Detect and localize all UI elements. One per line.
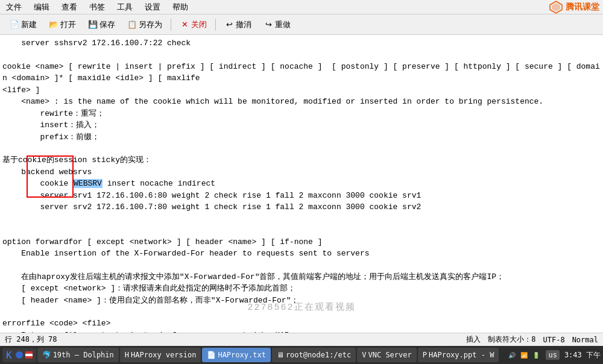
tray-icon-1: 🔊	[507, 350, 517, 360]
tray-icons: 🔊 📶 🔋	[507, 350, 541, 360]
line-content: 基于cookie的session sticky的实现：	[2, 154, 601, 166]
editor-line: cookie <name> [ rewrite | insert | prefi…	[0, 61, 603, 84]
taskbar-app-button[interactable]: 🐬19th — Dolphin	[37, 348, 119, 362]
taskbar-app-icon: 📄	[207, 351, 216, 359]
tray-time: 3:43 下午	[564, 350, 601, 360]
save-icon: 💾	[88, 20, 98, 30]
saveas-button[interactable]: 📋 另存为	[122, 18, 167, 31]
redo-icon: ↪	[264, 20, 273, 30]
svg-rect-4	[25, 354, 33, 356]
status-right: 插入 制表符大小：8 UTF-8 Normal	[466, 334, 598, 345]
tux-icon	[15, 351, 24, 359]
editor-line: [ except <network> ]：请求报请来自此处指定的网络时不予添加此…	[0, 283, 603, 295]
taskbar-app-icon: P	[423, 351, 427, 359]
line-content: cookie WEBSRV insert nocache indirect	[2, 178, 601, 190]
line-content: server sshsrv2 172.16.100.7:22 check	[2, 37, 601, 49]
taskbar-app-button[interactable]: 📄HAProxy.txt	[202, 348, 270, 362]
logo-text: 腾讯课堂	[566, 2, 599, 13]
editor-content[interactable]: server sshsrv2 172.16.100.7:22 checkcook…	[0, 35, 603, 333]
editor-container: server sshsrv2 172.16.100.7:22 checkcook…	[0, 35, 603, 333]
menu-tools[interactable]: 工具	[115, 1, 135, 13]
taskbar-apps: 🐬19th — DolphinHHAProxy version📄HAProxy.…	[37, 348, 499, 362]
taskbar-app-button[interactable]: HHAProxy version	[120, 348, 201, 362]
editor-line	[0, 49, 603, 61]
line-content: server srv2 172.16.100.7:80 weight 1 che…	[2, 201, 601, 213]
new-button[interactable]: 📄 新建	[5, 18, 42, 31]
svg-point-2	[16, 351, 23, 359]
editor-line: Enable insertion of the X-Forwarded-For …	[0, 248, 603, 260]
line-content: backend websrvs	[2, 166, 601, 178]
menu-help[interactable]: 帮助	[170, 1, 191, 13]
editor-line: cookie WEBSRV insert nocache indirect	[0, 178, 603, 190]
line-content: option forwardfor [ except <network> ] […	[2, 236, 601, 248]
editor-line: <name> : is the name of the cookie which…	[0, 96, 603, 108]
taskbar-app-label: HAProxy.ppt - W	[429, 351, 494, 359]
editor-line: server srv2 172.16.100.7:80 weight 1 che…	[0, 201, 603, 213]
svg-rect-5	[25, 356, 33, 359]
editor-line: 在由haproxy发往后端主机的请求报文中添加"X-Forwarded-For"…	[0, 271, 603, 283]
line-content: [ header <name> ]：使用自定义的首部名称，而非"X-Forwar…	[2, 295, 601, 307]
line-content: rewirte：重写；	[2, 108, 601, 120]
line-content: server srv1 172.16.100.6:80 weight 2 che…	[2, 190, 601, 202]
taskbar-start-button[interactable]: K	[2, 348, 36, 362]
saveas-icon: 📋	[127, 20, 137, 30]
menu-file[interactable]: 文件	[4, 1, 24, 13]
svg-marker-1	[552, 3, 560, 11]
close-icon: ✕	[180, 20, 189, 30]
line-content: <name> : is the name of the cookie which…	[2, 96, 601, 108]
editor-line: rewirte：重写；	[0, 108, 603, 120]
editor-line: Return a file contents instead of errors…	[0, 330, 603, 333]
taskbar-app-button[interactable]: 🖥root@node1:/etc	[272, 348, 356, 362]
tray-lang: us	[546, 350, 559, 360]
toolbar-separator2	[215, 19, 216, 31]
line-content: 在由haproxy发往后端主机的请求报文中添加"X-Forwarded-For"…	[2, 271, 601, 283]
flag-icon	[25, 351, 33, 359]
menubar: 文件 编辑 查看 书签 工具 设置 帮助 腾讯课堂	[0, 0, 603, 14]
editor-line: 基于cookie的session sticky的实现：	[0, 154, 603, 166]
menu-bookmark[interactable]: 书签	[87, 1, 107, 13]
cursor-position: 行 248，列 78	[5, 334, 57, 345]
editor-line: errorfile <code> <file>	[0, 318, 603, 330]
save-button[interactable]: 💾 保存	[83, 18, 120, 31]
tray-icon-3: 🔋	[531, 350, 541, 360]
line-content: cookie <name> [ rewrite | insert | prefi…	[2, 61, 601, 84]
taskbar-app-label: root@node1:/etc	[286, 351, 351, 359]
line-content: errorfile <code> <file>	[2, 318, 601, 330]
taskbar-app-button[interactable]: PHAProxy.ppt - W	[418, 348, 499, 362]
editor-line	[0, 260, 603, 271]
menu-settings[interactable]: 设置	[142, 1, 163, 13]
encoding: UTF-8	[543, 336, 565, 344]
undo-button[interactable]: ↩ 撤消	[219, 18, 256, 31]
undo-icon: ↩	[224, 20, 234, 30]
menu-edit[interactable]: 编辑	[31, 1, 52, 13]
taskbar-right: 🔊 📶 🔋 us 3:43 下午	[507, 350, 601, 360]
line-content: insert：插入；	[2, 119, 601, 131]
open-button[interactable]: 📂 打开	[44, 18, 81, 31]
editor-line: backend websrvs	[0, 166, 603, 178]
close-button[interactable]: ✕ 关闭	[175, 18, 212, 31]
editor-line	[0, 213, 603, 225]
editor-line	[0, 306, 603, 318]
statusbar: 行 248，列 78 插入 制表符大小：8 UTF-8 Normal	[0, 333, 603, 346]
line-content: Enable insertion of the X-Forwarded-For …	[2, 248, 601, 260]
editor-line: insert：插入；	[0, 119, 603, 131]
menu-view[interactable]: 查看	[59, 1, 80, 13]
editor-line	[0, 143, 603, 154]
status-left: 行 248，列 78	[5, 334, 456, 345]
toolbar: 📄 新建 📂 打开 💾 保存 📋 另存为 ✕ 关闭 ↩ 撤消 ↪ 重做	[0, 14, 603, 35]
filetype: Normal	[572, 336, 598, 344]
line-content: Return a file contents instead of errors…	[2, 330, 601, 333]
taskbar-app-icon: H	[125, 351, 129, 359]
line-content: <life> ]	[2, 84, 601, 96]
editor-line: option forwardfor [ except <network> ] […	[0, 236, 603, 248]
taskbar-app-label: VNC Server	[368, 351, 412, 359]
taskbar-app-label: 19th — Dolphin	[53, 351, 114, 359]
taskbar-app-icon: 🖥	[277, 351, 284, 359]
open-icon: 📂	[49, 20, 58, 30]
taskbar-app-label: HAProxy version	[131, 351, 196, 359]
editor-line: prefix：前缀；	[0, 131, 603, 143]
taskbar-app-button[interactable]: VVNC Server	[357, 348, 416, 362]
redo-button[interactable]: ↪ 重做	[259, 18, 295, 31]
editor-line: [ header <name> ]：使用自定义的首部名称，而非"X-Forwar…	[0, 295, 603, 307]
line-content: [ except <network> ]：请求报请来自此处指定的网络时不予添加此…	[2, 283, 601, 295]
